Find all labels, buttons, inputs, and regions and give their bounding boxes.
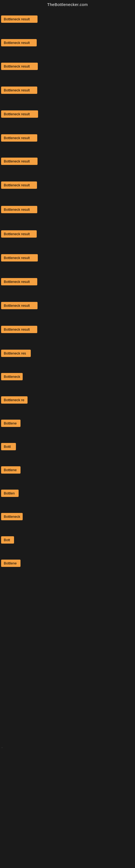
bottleneck-item[interactable]: Bottleneck result bbox=[1, 302, 38, 309]
bottleneck-item[interactable]: Bottleneck result bbox=[1, 39, 37, 46]
bottleneck-item[interactable]: Bottleneck result bbox=[1, 16, 38, 23]
bottleneck-item[interactable]: Bottlene bbox=[1, 466, 20, 474]
bottleneck-item[interactable]: Bottleneck result bbox=[1, 87, 37, 94]
bottleneck-item[interactable]: Bottleneck result bbox=[1, 158, 38, 165]
bottleneck-item[interactable]: Bottlene bbox=[1, 560, 20, 567]
bottleneck-item[interactable]: Bottleneck result bbox=[1, 63, 38, 70]
bottleneck-item[interactable]: Bottleneck result bbox=[1, 134, 37, 142]
bottleneck-item[interactable]: Bottleneck bbox=[1, 373, 23, 380]
bottleneck-item[interactable]: Bottleneck result bbox=[1, 278, 37, 285]
bottleneck-item[interactable]: Bottleneck result bbox=[1, 254, 38, 261]
bottleneck-item[interactable]: Bottleneck result bbox=[1, 230, 37, 238]
bottleneck-item[interactable]: Bottleneck res bbox=[1, 350, 31, 357]
bottleneck-item[interactable]: Bottleneck re bbox=[1, 396, 28, 404]
bottleneck-item[interactable]: Bottleneck bbox=[1, 513, 23, 520]
bottleneck-item[interactable]: Bott bbox=[1, 536, 14, 544]
bottleneck-item[interactable]: Bottleneck result bbox=[1, 111, 38, 118]
bottleneck-item[interactable]: Bottleneck result bbox=[1, 182, 37, 189]
site-header: TheBottlenecker.com bbox=[0, 0, 135, 8]
bottleneck-item[interactable]: Bottl bbox=[1, 443, 16, 450]
bottleneck-item[interactable]: Bottlen bbox=[1, 490, 18, 497]
bottleneck-item[interactable]: Bottleneck result bbox=[1, 326, 37, 333]
footnote: ... bbox=[1, 746, 3, 748]
bottleneck-item[interactable]: Bottleneck result bbox=[1, 206, 37, 213]
bottleneck-item[interactable]: Bottlene bbox=[1, 420, 20, 427]
